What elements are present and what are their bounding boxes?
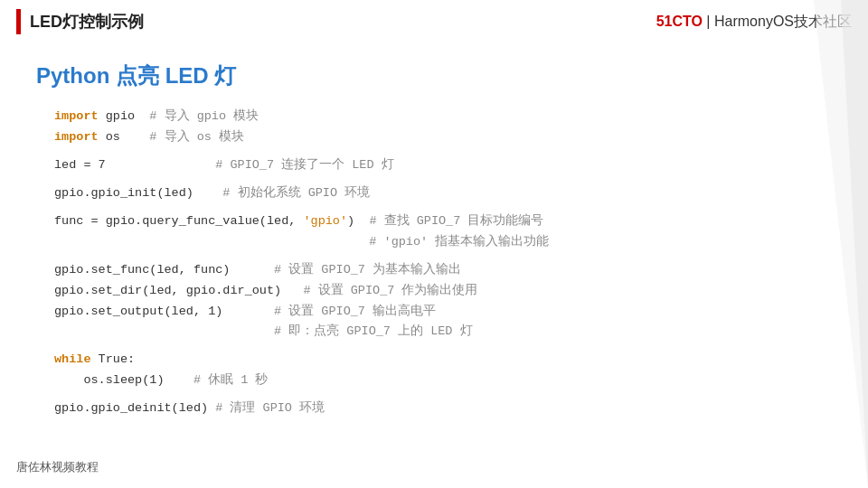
code-line-9: # 'gpio' 指基本输入输出功能: [54, 232, 832, 253]
kw-import-1: import: [54, 107, 99, 127]
code-line-4: led = 7 # GPIO_7 连接了一个 LED 灯: [54, 155, 832, 176]
comment-6: # 初始化系统 GPIO 环境: [222, 183, 370, 204]
comment-11: # 设置 GPIO_7 为基本输入输出: [274, 260, 461, 281]
spacer-5: [54, 343, 832, 350]
code-line-2: import os # 导入 os 模块: [54, 127, 832, 148]
brand-separator: |: [703, 14, 714, 29]
code-line-1: import gpio # 导入 gpio 模块: [54, 107, 832, 127]
comment-19: # 清理 GPIO 环境: [215, 399, 325, 419]
section-title: Python 点亮 LED 灯: [36, 61, 832, 90]
comment-4: # GPIO_7 连接了一个 LED 灯: [215, 155, 393, 176]
kw-import-2: import: [54, 127, 99, 148]
comment-1: # 导入 gpio 模块: [149, 107, 259, 127]
brand-text: HarmonyOS技术社区: [714, 14, 852, 29]
comment-13: # 设置 GPIO_7 输出高电平: [274, 302, 436, 323]
kw-while: while: [54, 350, 91, 371]
comment-17: # 休眠 1 秒: [193, 371, 269, 391]
code-line-11: gpio.set_func(led, func) # 设置 GPIO_7 为基本…: [54, 260, 832, 281]
header: LED灯控制示例 51CTO | HarmonyOS技术社区: [0, 0, 868, 43]
code-line-17: os.sleep(1) # 休眠 1 秒: [54, 371, 832, 391]
code-line-13: gpio.set_output(led, 1) # 设置 GPIO_7 输出高电…: [54, 302, 832, 323]
red-bar-decoration: [16, 9, 21, 34]
code-line-6: gpio.gpio_init(led) # 初始化系统 GPIO 环境: [54, 183, 832, 204]
brand-name-red: 51CTO: [656, 14, 703, 29]
spacer-2: [54, 176, 832, 183]
comment-14: # 即：点亮 GPIO_7 上的 LED 灯: [274, 322, 473, 343]
spacer-1: [54, 148, 832, 155]
brand: 51CTO | HarmonyOS技术社区: [656, 13, 852, 32]
code-line-8: func = gpio.query_func_value(led, 'gpio'…: [54, 211, 832, 232]
code-block: import gpio # 导入 gpio 模块 import os # 导入 …: [36, 107, 832, 419]
code-line-16: while True:: [54, 350, 832, 371]
spacer-4: [54, 253, 832, 260]
comment-9: # 'gpio' 指基本输入输出功能: [369, 232, 549, 253]
code-line-14: # 即：点亮 GPIO_7 上的 LED 灯: [54, 322, 832, 343]
footer: 唐佐林视频教程: [16, 459, 99, 475]
comment-2: # 导入 os 模块: [149, 127, 244, 148]
spacer-6: [54, 391, 832, 399]
code-line-19: gpio.gpio_deinit(led) # 清理 GPIO 环境: [54, 399, 832, 419]
comment-12: # 设置 GPIO_7 作为输出使用: [303, 281, 477, 302]
header-left: LED灯控制示例: [16, 9, 144, 34]
footer-label: 唐佐林视频教程: [16, 460, 99, 474]
comment-8: # 查找 GPIO_7 目标功能编号: [369, 211, 543, 232]
code-line-12: gpio.set_dir(led, gpio.dir_out) # 设置 GPI…: [54, 281, 832, 302]
page-title: LED灯控制示例: [30, 11, 144, 33]
spacer-3: [54, 204, 832, 211]
main-content: Python 点亮 LED 灯 import gpio # 导入 gpio 模块…: [0, 43, 868, 428]
